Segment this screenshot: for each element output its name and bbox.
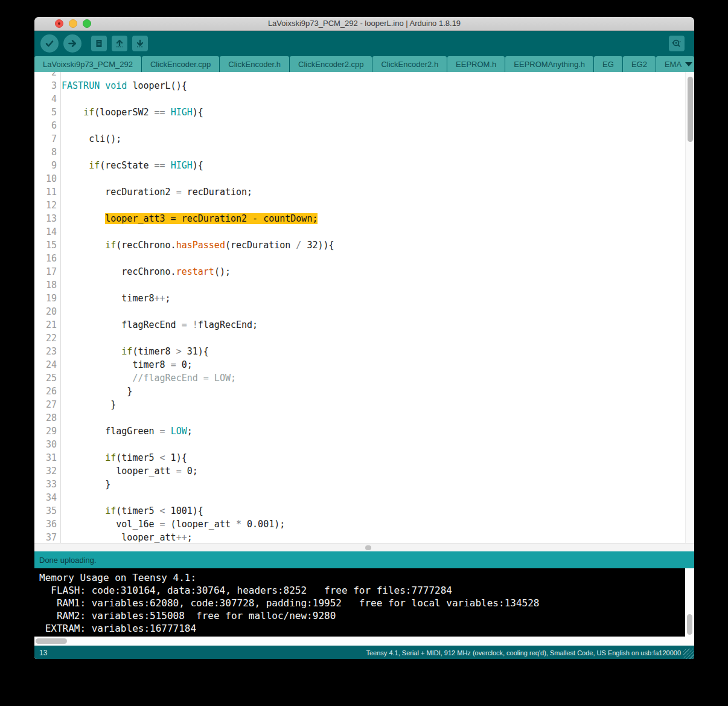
code-lines: 23FASTRUN void looperL(){45 if(looperSW2… [34, 72, 685, 543]
line-number: 32 [34, 464, 60, 478]
line-content [60, 411, 62, 425]
status-message-bar: Done uploading. [34, 551, 694, 568]
line-number: 14 [34, 225, 60, 239]
code-line-28: 28 [34, 411, 685, 425]
line-number: 28 [34, 411, 60, 425]
editor-horizontal-scrollbar[interactable] [34, 543, 694, 551]
line-content: if(timer8 > 31){ [60, 345, 209, 358]
line-content [60, 172, 62, 185]
status-message: Done uploading. [39, 556, 97, 565]
magnifier-icon [671, 38, 682, 49]
tab-overflow[interactable]: EMA lecto [656, 56, 694, 72]
new-sketch-button[interactable] [91, 36, 107, 51]
code-line-25: 25 //flagRecEnd = LOW; [34, 371, 685, 385]
serial-monitor-button[interactable] [669, 36, 685, 51]
line-content [60, 278, 62, 292]
line-content [60, 146, 62, 159]
line-number: 23 [34, 345, 60, 358]
line-content: } [60, 398, 116, 411]
code-line-3: 3FASTRUN void looperL(){ [34, 79, 685, 92]
line-number: 26 [34, 385, 60, 398]
line-content [60, 438, 62, 451]
tab-eeprom-h[interactable]: EEPROM.h [447, 56, 505, 72]
console-horizontal-scrollbar[interactable] [34, 637, 685, 646]
line-content: FASTRUN void looperL(){ [60, 79, 187, 92]
line-content: if(looperSW2 == HIGH){ [60, 106, 203, 119]
code-line-32: 32 looper_att = 0; [34, 464, 685, 478]
line-number: 29 [34, 425, 60, 438]
upload-button[interactable] [63, 34, 81, 53]
code-line-23: 23 if(timer8 > 31){ [34, 345, 685, 358]
line-number: 6 [34, 119, 60, 132]
console-area: Memory Usage on Teensy 4.1: FLASH: code:… [34, 568, 694, 646]
console-vertical-scrollbar[interactable] [685, 568, 694, 646]
line-number: 37 [34, 531, 60, 543]
code-line-13: 13 looper_att3 = recDuration2 - countDow… [34, 212, 685, 225]
line-number: 36 [34, 518, 60, 531]
line-content [60, 92, 62, 106]
console-hscroll-thumb[interactable] [36, 638, 67, 644]
zoom-window-button[interactable] [83, 19, 91, 28]
tab-strip: LaVoixski9p73_PCM_292ClickEncoder.cppCli… [34, 56, 656, 72]
tab-eepromanything-h[interactable]: EEPROMAnything.h [505, 56, 593, 72]
code-line-2: 2 [34, 72, 685, 79]
editor-hscroll-thumb[interactable] [365, 545, 371, 550]
line-content: if(timer5 < 1){ [60, 451, 187, 464]
line-content: vol_16e = (looper_att * 0.001); [60, 518, 285, 531]
tab-clickencoder-cpp[interactable]: ClickEncoder.cpp [142, 56, 219, 72]
line-number: 22 [34, 332, 60, 345]
console-left: Memory Usage on Teensy 4.1: FLASH: code:… [34, 568, 685, 646]
code-line-16: 16 [34, 252, 685, 265]
code-line-4: 4 [34, 92, 685, 106]
line-number: 21 [34, 318, 60, 332]
line-content: recChrono.restart(); [60, 265, 231, 278]
minimize-window-button[interactable] [69, 19, 77, 28]
line-number: 2 [34, 72, 60, 79]
line-content: if(recChrono.hasPassed(recDuration / 32)… [60, 239, 334, 252]
resize-grip[interactable] [683, 649, 694, 659]
line-number: 30 [34, 438, 60, 451]
code-line-10: 10 [34, 172, 685, 185]
line-number: 19 [34, 292, 60, 305]
code-line-30: 30 [34, 438, 685, 451]
line-number: 9 [34, 159, 60, 172]
line-content: looper_att++; [60, 531, 193, 543]
check-icon [44, 38, 55, 49]
line-number: 7 [34, 132, 60, 146]
tab-clickencoder2-h[interactable]: ClickEncoder2.h [372, 56, 447, 72]
tab-eg2[interactable]: EG2 [623, 56, 656, 72]
line-number: 31 [34, 451, 60, 464]
bottom-status-bar: 13 Teensy 4.1, Serial + MIDI, 912 MHz (o… [34, 646, 694, 659]
console-vscroll-thumb[interactable] [687, 614, 692, 635]
line-content [60, 119, 62, 132]
line-number: 27 [34, 398, 60, 411]
line-content: if(recState == HIGH){ [60, 159, 203, 172]
line-number: 13 [34, 212, 60, 225]
line-number: 18 [34, 278, 60, 292]
code-line-20: 20 [34, 305, 685, 318]
verify-button[interactable] [40, 34, 59, 53]
code-line-8: 8 [34, 146, 685, 159]
line-content [60, 252, 62, 265]
line-number: 3 [34, 79, 60, 92]
tab-menu-chevron-down-icon[interactable] [685, 62, 692, 66]
save-button[interactable] [132, 36, 148, 51]
line-number: 33 [34, 478, 60, 491]
close-window-button[interactable] [55, 19, 63, 28]
tab-eg[interactable]: EG [594, 56, 622, 72]
code-line-17: 17 recChrono.restart(); [34, 265, 685, 278]
line-content [60, 72, 62, 79]
tab-clickencoder2-cpp[interactable]: ClickEncoder2.cpp [290, 56, 372, 72]
tab-clickencoder-h[interactable]: ClickEncoder.h [220, 56, 289, 72]
editor-vscroll-thumb[interactable] [688, 77, 693, 142]
code-editor[interactable]: 23FASTRUN void looperL(){45 if(looperSW2… [34, 72, 694, 543]
code-line-33: 33 } [34, 478, 685, 491]
editor-vertical-scrollbar[interactable] [685, 72, 694, 543]
line-content: } [60, 478, 110, 491]
toolbar [34, 31, 694, 56]
tab-lavoixski9p73-pcm-292[interactable]: LaVoixski9p73_PCM_292 [34, 56, 141, 72]
line-content: cli(); [60, 132, 121, 146]
code-line-21: 21 flagRecEnd = !flagRecEnd; [34, 318, 685, 332]
open-button[interactable] [112, 36, 127, 51]
tab-label-ema[interactable]: EMA [665, 60, 682, 69]
